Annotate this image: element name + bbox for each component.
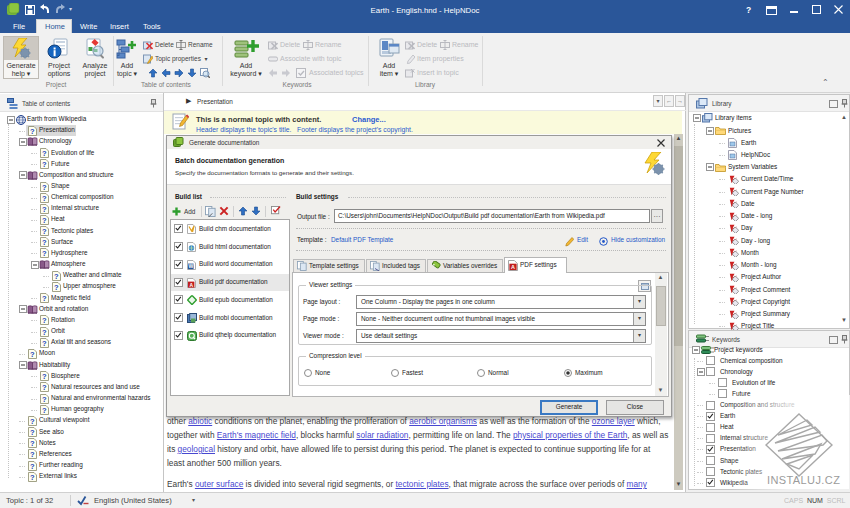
- svg-text:?: ?: [42, 372, 47, 381]
- svg-text:?: ?: [42, 238, 47, 247]
- svg-text:?: ?: [42, 194, 47, 203]
- svg-text:?: ?: [30, 428, 35, 437]
- svg-text:?: ?: [42, 227, 47, 236]
- svg-text:?: ?: [30, 417, 35, 426]
- svg-text:?: ?: [30, 473, 35, 482]
- svg-text:?: ?: [42, 160, 47, 169]
- svg-text:?: ?: [42, 406, 47, 415]
- svg-text:A: A: [511, 264, 515, 270]
- svg-text:A: A: [189, 281, 193, 287]
- svg-text:?: ?: [42, 339, 47, 348]
- svg-text:?: ?: [30, 450, 35, 459]
- svg-text:?: ?: [42, 216, 47, 225]
- svg-text:?: ?: [42, 183, 47, 192]
- svg-text:?: ?: [30, 439, 35, 448]
- svg-text:?: ?: [42, 249, 47, 258]
- svg-text:?: ?: [54, 283, 59, 292]
- svg-text:?: ?: [42, 205, 47, 214]
- svg-text:?: ?: [30, 350, 35, 359]
- svg-text:W: W: [188, 263, 193, 269]
- svg-text:?: ?: [42, 316, 47, 325]
- svg-text:?: ?: [42, 149, 47, 158]
- svg-text:?: ?: [30, 127, 35, 136]
- svg-text:?: ?: [42, 383, 47, 392]
- svg-text:?: ?: [54, 272, 59, 281]
- svg-text:?: ?: [42, 328, 47, 337]
- svg-text:?: ?: [42, 294, 47, 303]
- svg-text:?: ?: [30, 462, 35, 471]
- svg-text:?: ?: [42, 395, 47, 404]
